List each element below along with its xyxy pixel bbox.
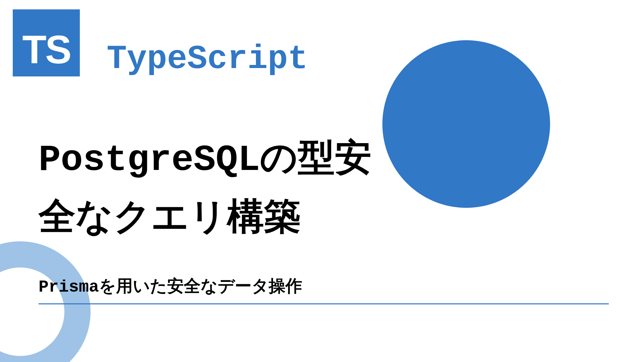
decorative-circle-large bbox=[382, 40, 550, 208]
typescript-logo: TS bbox=[13, 9, 80, 76]
logo-text: TS bbox=[22, 27, 70, 72]
subtitle-underline bbox=[39, 303, 609, 304]
brand-name: TypeScript bbox=[107, 40, 308, 78]
slide-title: PostgreSQLの型安全なクエリ構築 bbox=[39, 131, 394, 249]
slide-subtitle: Prismaを用いた安全なデータ操作 bbox=[39, 275, 302, 297]
decorative-ring bbox=[0, 241, 91, 362]
